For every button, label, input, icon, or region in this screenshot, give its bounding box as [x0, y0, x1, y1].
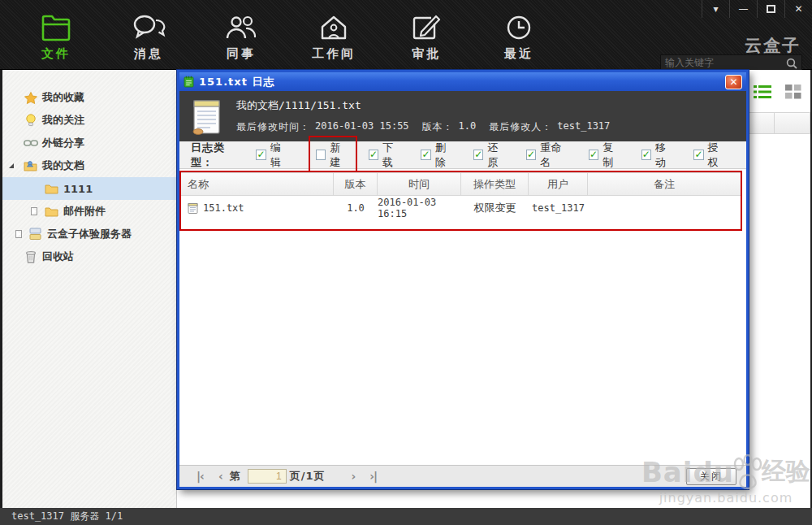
grid-view-icon[interactable] [784, 85, 802, 99]
filter-label: 日志类型： [191, 141, 244, 170]
window-close-button[interactable]: ✕ [784, 0, 812, 18]
column-header-operation[interactable]: 操作类型 [461, 172, 529, 196]
checkbox-checked-icon[interactable] [589, 150, 598, 160]
checkbox-checked-icon[interactable] [256, 150, 266, 160]
bulb-icon [24, 114, 38, 127]
column-header-version[interactable]: 版本 [334, 172, 378, 196]
checkbox-unchecked-icon[interactable] [316, 150, 326, 160]
sidebar-item-1111[interactable]: 1111 [2, 177, 176, 200]
last-page-button[interactable]: ›| [369, 470, 377, 483]
trash-icon [24, 250, 38, 263]
folder-icon [45, 182, 59, 195]
next-page-button[interactable]: › [351, 470, 355, 483]
filter-download[interactable]: 下载 [369, 141, 403, 170]
checkbox-checked-icon[interactable] [641, 150, 651, 160]
log-row-operation-cell: 权限变更 [461, 196, 529, 219]
column-header-user[interactable]: 用户 [529, 172, 588, 196]
sidebar-item-mail-attachments[interactable]: 邮件附件 [2, 200, 176, 223]
tree-collapsed-icon[interactable] [16, 231, 21, 237]
filter-copy[interactable]: 复制 [589, 141, 623, 170]
view-toggles [754, 85, 802, 99]
filter-move[interactable]: 移动 [641, 141, 676, 170]
version-label: 版本： [422, 120, 454, 134]
log-dialog: 151.txt 日志 ✕ 我的文档/1111/151.txt 最后修改时间： 2… [177, 70, 749, 489]
sidebar-item-label: 邮件附件 [63, 204, 106, 219]
nav-workspace[interactable]: 工作间 [309, 11, 359, 62]
nav-messages-label: 消息 [134, 46, 163, 62]
search-icon[interactable] [786, 58, 797, 69]
sidebar-item-label: 我的关注 [42, 113, 84, 128]
nav-approval[interactable]: 审批 [401, 11, 451, 62]
top-bar: 文件 消息 同事 工作间 审批 [0, 0, 812, 70]
checkbox-checked-icon[interactable] [421, 150, 430, 160]
nav-recent[interactable]: 最近 [494, 11, 544, 62]
close-dialog-button[interactable]: 关闭 [686, 468, 736, 485]
filter-delete[interactable]: 删除 [421, 141, 455, 170]
checkbox-checked-icon[interactable] [473, 150, 483, 160]
window-maximize-button[interactable] [757, 0, 784, 18]
nav-recent-label: 最近 [504, 46, 533, 62]
colleagues-icon [224, 11, 258, 44]
nav-messages[interactable]: 消息 [123, 11, 174, 62]
sidebar-item-favorites[interactable]: 我的收藏 [2, 86, 176, 109]
clock-icon [504, 11, 533, 44]
tree-collapsed-icon[interactable] [32, 208, 37, 215]
log-row-name-cell: 151.txt [181, 196, 334, 219]
log-row-user-cell: test_1317 [529, 196, 588, 219]
dialog-title-bar[interactable]: 151.txt 日志 ✕ [179, 72, 746, 91]
window-menu-button[interactable]: ▾ [702, 0, 729, 18]
log-row-time-cell: 2016-01-03 16:15 [378, 196, 461, 219]
sidebar-item-label: 1111 [63, 183, 93, 195]
page-total: 页/1页 [290, 469, 326, 484]
file-list-header-cell[interactable] [775, 112, 810, 134]
checkbox-checked-icon[interactable] [526, 150, 536, 160]
sidebar-item-my-documents[interactable]: 我的文档 [2, 154, 176, 177]
nav-files[interactable]: 文件 [31, 11, 81, 62]
search-input[interactable]: 输入关键字 [660, 54, 802, 72]
first-page-button[interactable]: |‹ [197, 470, 204, 483]
column-header-name[interactable]: 名称 [181, 172, 334, 196]
server-icon [28, 228, 43, 241]
sidebar-item-experience-server[interactable]: 云盒子体验服务器 [2, 223, 176, 245]
filter-rename[interactable]: 重命名 [526, 141, 570, 170]
sidebar-item-label: 外链分享 [42, 136, 84, 150]
filter-restore[interactable]: 还原 [473, 141, 508, 170]
log-table-row[interactable]: 151.txt 1.0 2016-01-03 16:15 权限变更 test_1… [181, 196, 741, 219]
sidebar-item-recycle-bin[interactable]: 回收站 [2, 245, 176, 268]
page-number-input[interactable] [248, 469, 287, 484]
log-row-note-cell [588, 196, 741, 219]
sidebar-item-label: 我的收藏 [42, 90, 84, 105]
notepad-icon [191, 97, 223, 136]
filter-new-highlighted[interactable]: 新建 [309, 136, 357, 175]
sidebar-item-follows[interactable]: 我的关注 [2, 109, 176, 132]
list-view-icon[interactable] [754, 85, 771, 99]
log-table-highlighted: 名称 版本 时间 操作类型 用户 备注 151.txt 1.0 2016-01-… [179, 171, 742, 231]
prev-page-button[interactable]: ‹ [218, 470, 222, 483]
column-header-time[interactable]: 时间 [378, 172, 461, 196]
file-list-header [745, 112, 810, 134]
file-path: 我的文档/1111/151.txt [236, 98, 610, 113]
dialog-close-icon[interactable]: ✕ [725, 75, 742, 89]
version-value: 1.0 [459, 120, 477, 134]
file-meta-line: 最后修改时间： 2016-01-03 15:55 版本： 1.0 最后修改人： … [236, 120, 610, 134]
sidebar-item-label: 回收站 [42, 249, 74, 264]
window-minimize-button[interactable]: — [729, 0, 757, 18]
dialog-title: 151.txt 日志 [199, 75, 274, 89]
modified-label: 最后修改时间： [236, 120, 310, 134]
approval-edit-icon [411, 11, 442, 44]
folder-icon [40, 11, 72, 44]
nav-colleagues-label: 同事 [227, 46, 256, 62]
nav-workspace-label: 工作间 [312, 46, 356, 62]
modifier-value: test_1317 [557, 120, 610, 134]
nav-approval-label: 审批 [412, 46, 441, 62]
nav-colleagues[interactable]: 同事 [216, 11, 266, 62]
file-list-header-cell[interactable] [745, 112, 775, 134]
checkbox-checked-icon[interactable] [369, 150, 378, 160]
checkbox-checked-icon[interactable] [693, 150, 703, 160]
tree-expanded-icon[interactable] [9, 163, 14, 168]
filter-authorize[interactable]: 授权 [693, 141, 728, 170]
column-header-note[interactable]: 备注 [588, 172, 741, 196]
filter-edit[interactable]: 编辑 [256, 141, 290, 170]
sidebar-item-share[interactable]: 外链分享 [2, 132, 176, 154]
modified-value: 2016-01-03 15:55 [315, 120, 409, 134]
